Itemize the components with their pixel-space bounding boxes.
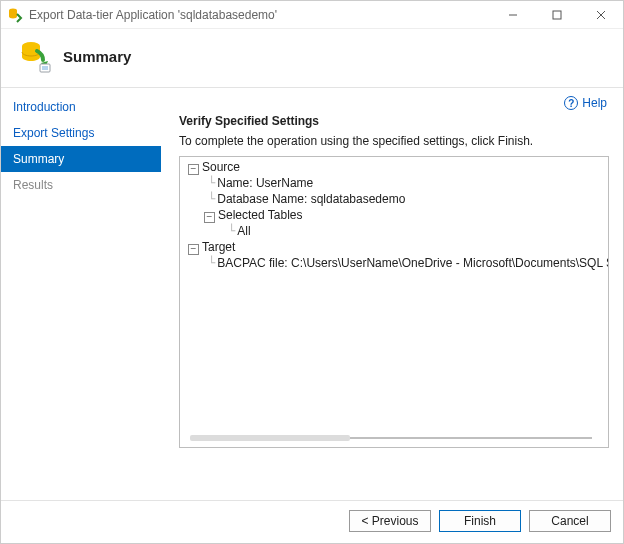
- help-link[interactable]: ? Help: [564, 96, 607, 110]
- tree-node-source[interactable]: −Source: [184, 159, 608, 175]
- sidebar-item-results: Results: [1, 172, 161, 198]
- svg-rect-2: [553, 11, 561, 19]
- minimize-button[interactable]: [491, 1, 535, 28]
- collapse-icon[interactable]: −: [188, 164, 199, 175]
- svg-rect-7: [40, 64, 50, 72]
- tree-branch-icon: └: [208, 191, 215, 207]
- window-controls: [491, 1, 623, 28]
- horizontal-scrollbar[interactable]: [190, 437, 592, 439]
- page-title: Summary: [63, 48, 131, 65]
- tree-node-target[interactable]: −Target: [184, 239, 608, 255]
- tree-branch-icon: └: [208, 175, 215, 191]
- settings-tree[interactable]: −Source └Name: UserName └Database Name: …: [179, 156, 609, 448]
- help-icon: ?: [564, 96, 578, 110]
- title-bar: Export Data-tier Application 'sqldatabas…: [1, 1, 623, 29]
- close-button[interactable]: [579, 1, 623, 28]
- sidebar-item-export-settings[interactable]: Export Settings: [1, 120, 161, 146]
- previous-button[interactable]: < Previous: [349, 510, 431, 532]
- finish-button[interactable]: Finish: [439, 510, 521, 532]
- wizard-header: Summary: [1, 29, 623, 88]
- sidebar-item-introduction[interactable]: Introduction: [1, 94, 161, 120]
- tree-node-selected-tables[interactable]: −Selected Tables: [184, 207, 608, 223]
- wizard-sidebar: Introduction Export Settings Summary Res…: [1, 88, 161, 500]
- tree-leaf-database-name: └Database Name: sqldatabasedemo: [184, 191, 608, 207]
- summary-icon: [17, 39, 51, 73]
- tree-leaf-name: └Name: UserName: [184, 175, 608, 191]
- tree-branch-icon: └: [208, 255, 215, 271]
- cancel-button[interactable]: Cancel: [529, 510, 611, 532]
- tree-branch-icon: └: [228, 223, 235, 239]
- collapse-icon[interactable]: −: [188, 244, 199, 255]
- section-title: Verify Specified Settings: [179, 114, 609, 128]
- maximize-button[interactable]: [535, 1, 579, 28]
- tree-leaf-all: └All: [184, 223, 608, 239]
- tree-leaf-bacpac-file: └BACPAC file: C:\Users\UserName\OneDrive…: [184, 255, 608, 271]
- collapse-icon[interactable]: −: [204, 212, 215, 223]
- section-subtitle: To complete the operation using the spec…: [179, 134, 609, 148]
- help-label: Help: [582, 96, 607, 110]
- app-icon: [7, 7, 23, 23]
- content-area: ? Help Verify Specified Settings To comp…: [161, 88, 623, 500]
- sidebar-item-summary[interactable]: Summary: [1, 146, 161, 172]
- wizard-footer: < Previous Finish Cancel: [1, 500, 623, 540]
- window-title: Export Data-tier Application 'sqldatabas…: [29, 8, 491, 22]
